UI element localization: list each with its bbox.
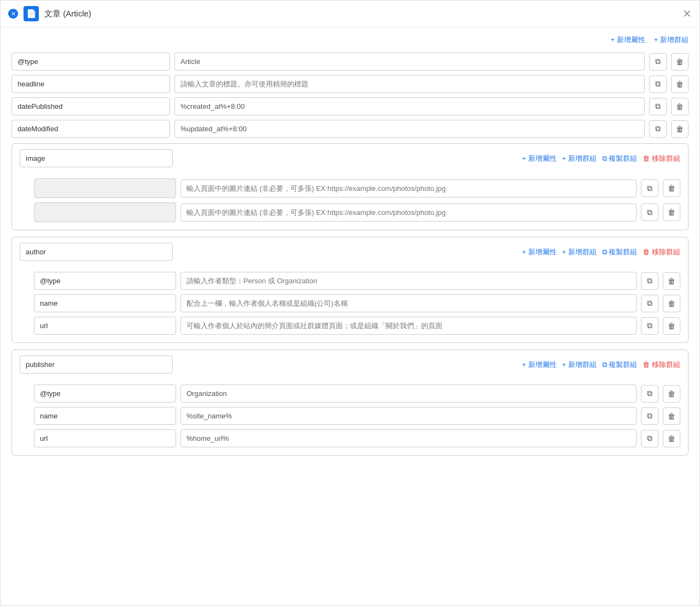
title-bar: ✕ 📄 文章 (Article) ✕ — [1, 1, 699, 27]
group-author: + 新增屬性 + 新增群組 ⧉ 複製群組 🗑 移除群組 ⧉ 🗑 — [11, 237, 689, 343]
publisher-type-key[interactable] — [34, 384, 176, 403]
publisher-url-value[interactable] — [180, 429, 637, 447]
field-value-headline[interactable] — [174, 75, 645, 93]
author-name-key[interactable] — [34, 294, 176, 312]
image-add-property-button[interactable]: + 新增屬性 — [522, 154, 556, 164]
copy-datepublished-button[interactable]: ⧉ — [649, 98, 667, 115]
field-value-datemodified[interactable] — [174, 120, 645, 138]
group-author-body: ⧉ 🗑 ⧉ 🗑 ⧉ 🗑 — [12, 266, 688, 342]
image-value-1[interactable] — [180, 179, 637, 197]
publisher-remove-button[interactable]: 🗑 移除群組 — [643, 360, 680, 370]
main-window: ✕ 📄 文章 (Article) ✕ + 新增屬性 + 新增群組 ⧉ 🗑 ⧉ 🗑 — [0, 0, 700, 606]
image-field-row-1: ⧉ 🗑 — [34, 178, 680, 198]
publisher-name-key[interactable] — [34, 407, 176, 425]
field-row-headline: ⧉ 🗑 — [11, 75, 689, 93]
author-remove-button[interactable]: 🗑 移除群組 — [643, 247, 680, 257]
publisher-type-value[interactable] — [180, 384, 637, 403]
delete-publisher-name-button[interactable]: 🗑 — [663, 407, 680, 425]
copy-author-type-button[interactable]: ⧉ — [641, 272, 658, 290]
copy-headline-button[interactable]: ⧉ — [649, 75, 667, 93]
delete-datepublished-button[interactable]: 🗑 — [671, 98, 689, 115]
field-row-datemodified: ⧉ 🗑 — [11, 120, 689, 138]
field-value-type[interactable] — [174, 53, 645, 71]
close-dot[interactable]: ✕ — [8, 9, 18, 19]
add-group-button[interactable]: + 新增群組 — [654, 35, 689, 45]
image-clone-button[interactable]: ⧉ 複製群組 — [602, 154, 638, 164]
image-add-group-button[interactable]: + 新增群組 — [562, 154, 597, 164]
image-key-placeholder-2 — [34, 202, 176, 222]
delete-author-url-button[interactable]: 🗑 — [663, 317, 680, 335]
delete-headline-button[interactable]: 🗑 — [671, 75, 689, 93]
group-image: + 新增屬性 + 新增群組 ⧉ 複製群組 🗑 移除群組 ⧉ 🗑 — [11, 143, 689, 230]
field-key-headline[interactable] — [11, 75, 170, 93]
copy-author-name-button[interactable]: ⧉ — [641, 295, 658, 312]
author-url-key[interactable] — [34, 317, 176, 335]
image-field-row-2: ⧉ 🗑 — [34, 202, 680, 222]
publisher-add-property-button[interactable]: + 新增屬性 — [522, 360, 556, 370]
author-name-value[interactable] — [180, 294, 637, 312]
publisher-url-key[interactable] — [34, 429, 176, 447]
group-author-label[interactable] — [20, 243, 173, 261]
doc-icon: 📄 — [24, 6, 39, 21]
delete-type-button[interactable]: 🗑 — [671, 53, 689, 71]
copy-author-url-button[interactable]: ⧉ — [641, 317, 658, 335]
copy-image-2-button[interactable]: ⧉ — [641, 203, 658, 221]
group-publisher-header: + 新增屬性 + 新增群組 ⧉ 複製群組 🗑 移除群組 — [12, 350, 688, 379]
group-image-actions: + 新增屬性 + 新增群組 ⧉ 複製群組 🗑 移除群組 — [522, 154, 680, 164]
group-image-body: ⧉ 🗑 ⧉ 🗑 — [12, 173, 688, 230]
author-type-row: ⧉ 🗑 — [34, 272, 680, 290]
delete-author-name-button[interactable]: 🗑 — [663, 295, 680, 312]
content-area: + 新增屬性 + 新增群組 ⧉ 🗑 ⧉ 🗑 ⧉ 🗑 ⧉ — [1, 27, 699, 470]
field-key-datepublished[interactable] — [11, 97, 170, 115]
window-title: 文章 (Article) — [44, 9, 91, 19]
field-key-type[interactable] — [11, 53, 170, 71]
group-publisher-label[interactable] — [20, 356, 173, 374]
copy-image-1-button[interactable]: ⧉ — [641, 179, 658, 197]
author-name-row: ⧉ 🗑 — [34, 294, 680, 312]
copy-datemodified-button[interactable]: ⧉ — [649, 120, 667, 138]
copy-publisher-url-button[interactable]: ⧉ — [641, 430, 658, 447]
publisher-type-row: ⧉ 🗑 — [34, 384, 680, 403]
delete-author-type-button[interactable]: 🗑 — [663, 272, 680, 290]
author-type-key[interactable] — [34, 272, 176, 290]
delete-image-2-button[interactable]: 🗑 — [663, 203, 680, 221]
copy-type-button[interactable]: ⧉ — [649, 53, 667, 71]
close-button[interactable]: ✕ — [682, 8, 692, 19]
image-value-2[interactable] — [180, 203, 637, 222]
author-clone-button[interactable]: ⧉ 複製群組 — [602, 247, 638, 257]
field-row-datepublished: ⧉ 🗑 — [11, 97, 689, 115]
delete-datemodified-button[interactable]: 🗑 — [671, 120, 689, 138]
group-publisher-actions: + 新增屬性 + 新增群組 ⧉ 複製群組 🗑 移除群組 — [522, 360, 680, 370]
publisher-name-value[interactable] — [180, 407, 637, 425]
publisher-name-row: ⧉ 🗑 — [34, 407, 680, 425]
delete-publisher-url-button[interactable]: 🗑 — [663, 430, 680, 447]
image-remove-button[interactable]: 🗑 移除群組 — [643, 154, 680, 164]
author-url-row: ⧉ 🗑 — [34, 317, 680, 335]
group-publisher-body: ⧉ 🗑 ⧉ 🗑 ⧉ 🗑 — [12, 379, 688, 455]
top-actions: + 新增屬性 + 新增群組 — [11, 35, 689, 45]
publisher-clone-button[interactable]: ⧉ 複製群組 — [602, 360, 638, 370]
group-author-actions: + 新增屬性 + 新增群組 ⧉ 複製群組 🗑 移除群組 — [522, 247, 680, 257]
author-add-group-button[interactable]: + 新增群組 — [562, 247, 597, 257]
publisher-url-row: ⧉ 🗑 — [34, 429, 680, 447]
group-image-header: + 新增屬性 + 新增群組 ⧉ 複製群組 🗑 移除群組 — [12, 144, 688, 173]
copy-publisher-type-button[interactable]: ⧉ — [641, 385, 658, 403]
copy-publisher-name-button[interactable]: ⧉ — [641, 407, 658, 425]
add-property-button[interactable]: + 新增屬性 — [611, 35, 645, 45]
group-publisher: + 新增屬性 + 新增群組 ⧉ 複製群組 🗑 移除群組 ⧉ 🗑 — [11, 349, 689, 456]
author-add-property-button[interactable]: + 新增屬性 — [522, 247, 556, 257]
author-type-value[interactable] — [180, 272, 637, 290]
delete-image-1-button[interactable]: 🗑 — [663, 179, 680, 197]
field-value-datepublished[interactable] — [174, 97, 645, 115]
delete-publisher-type-button[interactable]: 🗑 — [663, 385, 680, 403]
group-author-header: + 新增屬性 + 新增群組 ⧉ 複製群組 🗑 移除群組 — [12, 237, 688, 266]
field-key-datemodified[interactable] — [11, 120, 170, 138]
group-image-label[interactable] — [20, 149, 173, 167]
field-row-type: ⧉ 🗑 — [11, 53, 689, 71]
image-key-placeholder-1 — [34, 178, 176, 198]
author-url-value[interactable] — [180, 317, 637, 335]
publisher-add-group-button[interactable]: + 新增群組 — [562, 360, 597, 370]
